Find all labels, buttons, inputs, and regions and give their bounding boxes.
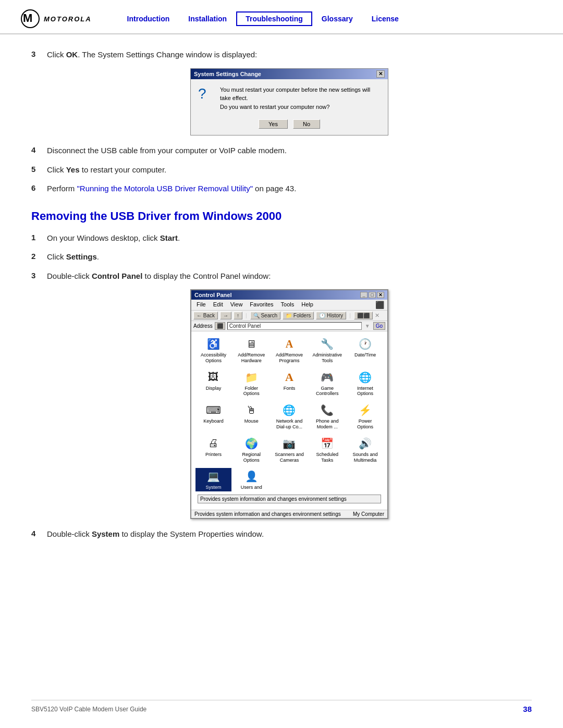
cp-toolbar-x[interactable]: ✕ (375, 312, 380, 319)
dialog-question-icon: ? (198, 85, 215, 102)
cp-icon-network[interactable]: 🌐 Network and Dial-up Co... (272, 402, 308, 431)
cp-icon-phone-modem[interactable]: 📞 Phone and Modem ... (309, 402, 345, 431)
step-6-text: Perform "Running the Motorola USB Driver… (47, 183, 296, 195)
step-3b-num: 3 (31, 270, 47, 280)
cp-search-btn[interactable]: 🔍 Search (250, 312, 280, 319)
cp-menu-tools[interactable]: Tools (279, 301, 297, 309)
cp-titlebar: Control Panel _ □ ✕ (191, 290, 387, 300)
dialog-title: System Settings Change (194, 71, 261, 77)
footer-page-num: 38 (523, 705, 532, 713)
cp-icon-power-label: Power Options (350, 418, 381, 430)
cp-back-btn[interactable]: ← Back (193, 312, 218, 319)
motorola-m-icon: M (21, 9, 40, 28)
step-5-text: Click Yes to restart your computer. (47, 164, 166, 176)
cp-status-right: My Computer (353, 511, 384, 517)
cp-statusbar: Provides system information and changes … (191, 510, 387, 518)
control-panel-window: Control Panel _ □ ✕ File Edit View Favor… (190, 289, 388, 519)
dialog-yes-button[interactable]: Yes (259, 119, 288, 129)
step-1b-block: 1 On your Windows desktop, click Start. (31, 232, 532, 244)
step-1b-text: On your Windows desktop, click Start. (47, 232, 180, 244)
step-4b-text: Double-click System to display the Syste… (47, 528, 264, 540)
cp-icon-add-hw[interactable]: 🖥 Add/Remove Hardware (234, 336, 270, 365)
cp-address-dropdown[interactable]: ▼ (365, 323, 370, 329)
cp-menu-favorites[interactable]: Favorites (248, 301, 275, 309)
cp-icon-add-prog[interactable]: A Add/Remove Programs (272, 336, 308, 365)
step-4-block: 4 Disconnect the USB cable from your com… (31, 145, 532, 157)
cp-icon-printers-img: 🖨 (206, 436, 221, 451)
cp-icon-keyboard[interactable]: ⌨ Keyboard (195, 402, 231, 431)
step-3-block: 3 Click OK. The System Settings Change w… (31, 49, 532, 61)
cp-icon-mouse[interactable]: 🖱 Mouse (234, 402, 270, 431)
cp-icon-scanners[interactable]: 📷 Scanners and Cameras (272, 435, 308, 464)
cp-icon-sounds[interactable]: 🔊 Sounds and Multimedia (347, 435, 383, 464)
cp-icon-phone-modem-label: Phone and Modem ... (312, 418, 342, 430)
cp-minimize-btn[interactable]: _ (360, 292, 368, 298)
cp-icon-power-img: ⚡ (358, 403, 373, 417)
cp-icon-scheduled[interactable]: 📅 Scheduled Tasks (309, 435, 345, 464)
cp-icon-admin-tools[interactable]: 🔧 Administrative Tools (309, 336, 345, 365)
cp-icon-network-img: 🌐 (282, 403, 297, 417)
step-4-num: 4 (31, 145, 47, 154)
tab-introduction[interactable]: Introduction (118, 11, 179, 26)
cp-icon-fonts[interactable]: A Fonts (272, 369, 308, 398)
cp-maximize-btn[interactable]: □ (369, 292, 376, 298)
cp-address-icon: ⬛ (215, 322, 225, 330)
cp-menu-edit[interactable]: Edit (211, 301, 225, 309)
cp-icon-add-hw-img: 🖥 (244, 337, 259, 351)
tab-license[interactable]: License (362, 11, 408, 26)
cp-icon-users[interactable]: 👤 Users and (234, 468, 270, 491)
cp-icon-folder-opts[interactable]: 📁 Folder Options (234, 369, 270, 398)
cp-folders-btn[interactable]: 📁 Folders (283, 312, 314, 319)
footer-doc-title: SBV5120 VoIP Cable Modem User Guide (31, 706, 146, 713)
step-5-block: 5 Click Yes to restart your computer. (31, 164, 532, 176)
dialog-message: You must restart your computer before th… (220, 85, 381, 112)
tab-installation[interactable]: Installation (179, 11, 236, 26)
cp-titlebar-buttons: _ □ ✕ (360, 292, 384, 298)
cp-icon-display[interactable]: 🖼 Display (195, 369, 231, 398)
cp-icon-internet-opts-label: Internet Options (350, 386, 381, 397)
cp-icon-game-ctrl[interactable]: 🎮 Game Controllers (309, 369, 345, 398)
cp-icon-datetime[interactable]: 🕐 Date/Time (347, 336, 383, 365)
svg-text:M: M (23, 11, 32, 24)
cp-toolbar-separator2: | (349, 313, 351, 318)
cp-menu-help[interactable]: Help (299, 301, 315, 309)
cp-history-btn[interactable]: 🕐 History (316, 312, 346, 319)
dialog-titlebar: System Settings Change ✕ (191, 69, 388, 79)
cp-icon-datetime-img: 🕐 (358, 337, 373, 351)
cp-forward-btn[interactable]: → (220, 312, 231, 319)
motorola-logo: M MOTOROLA (21, 9, 92, 28)
cp-icon-keyboard-label: Keyboard (203, 418, 224, 424)
cp-menu-file[interactable]: File (194, 301, 208, 309)
cp-icon-network-label: Network and Dial-up Co... (274, 418, 304, 430)
cp-menu-view[interactable]: View (228, 301, 245, 309)
cp-icon-phone-modem-img: 📞 (320, 403, 335, 417)
step-2b-block: 2 Click Settings. (31, 251, 532, 263)
tab-troubleshooting[interactable]: Troubleshooting (236, 11, 312, 26)
cp-icon-regional[interactable]: 🌍 Regional Options (234, 435, 270, 464)
cp-move-btn[interactable]: ⬛⬛ (354, 312, 373, 319)
cp-icon-mouse-label: Mouse (244, 418, 259, 424)
main-content: 3 Click OK. The System Settings Change w… (0, 34, 563, 569)
cp-title: Control Panel (194, 292, 232, 298)
cp-icon-display-label: Display (206, 386, 222, 391)
cp-toolbar-separator: | (246, 313, 247, 318)
cp-go-button[interactable]: Go (373, 322, 385, 330)
cp-toolbar-icon: ⬛ (375, 301, 384, 309)
cp-icon-users-label: Users and (241, 485, 262, 490)
cp-icon-accessibility[interactable]: ♿ Accessibility Options (195, 336, 231, 365)
cp-up-btn[interactable]: ↑ (234, 312, 242, 319)
step-6-link[interactable]: "Running the Motorola USB Driver Removal… (77, 184, 253, 193)
cp-icon-printers[interactable]: 🖨 Printers (195, 435, 231, 464)
dialog-close-btn[interactable]: ✕ (376, 70, 385, 78)
cp-icon-power[interactable]: ⚡ Power Options (347, 402, 383, 431)
step-3-text: Click OK. The System Settings Change win… (47, 49, 257, 61)
cp-close-btn[interactable]: ✕ (377, 292, 384, 298)
tab-glossary[interactable]: Glossary (312, 11, 362, 26)
cp-icon-folder-opts-label: Folder Options (236, 386, 266, 397)
cp-icon-internet-opts[interactable]: 🌐 Internet Options (347, 369, 383, 398)
nav-tabs: Introduction Installation Troubleshootin… (107, 11, 542, 26)
cp-icon-system[interactable]: 💻 System (195, 468, 231, 491)
dialog-no-button[interactable]: No (293, 119, 320, 129)
cp-address-input[interactable]: Control Panel (227, 322, 362, 330)
step-3b-block: 3 Double-click Control Panel to display … (31, 270, 532, 282)
